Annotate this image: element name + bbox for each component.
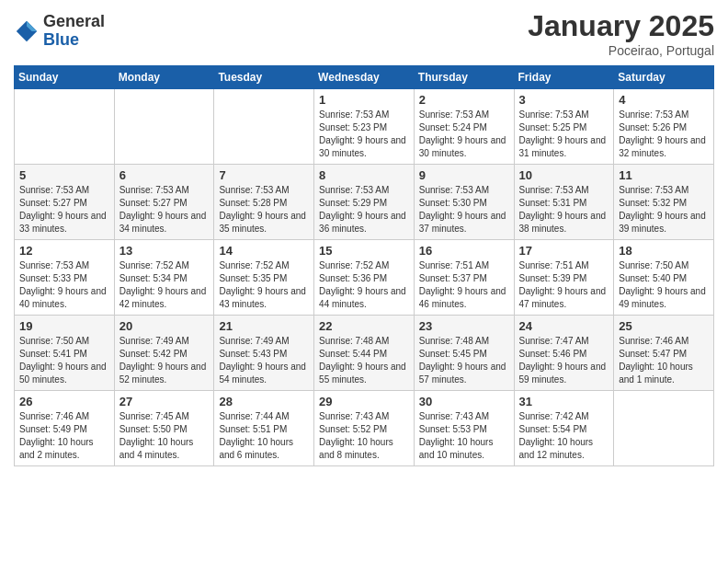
day-number: 3 (519, 93, 609, 107)
calendar-cell: 31Sunrise: 7:42 AMSunset: 5:54 PMDayligh… (514, 391, 614, 466)
day-info: Sunrise: 7:53 AMSunset: 5:31 PMDaylight:… (519, 184, 609, 236)
day-number: 15 (319, 244, 409, 258)
day-info: Sunrise: 7:46 AMSunset: 5:47 PMDaylight:… (619, 335, 709, 386)
day-info: Sunrise: 7:53 AMSunset: 5:27 PMDaylight:… (119, 184, 210, 236)
location: Poceirao, Portugal (528, 43, 714, 58)
calendar-cell: 22Sunrise: 7:48 AMSunset: 5:44 PMDayligh… (314, 316, 415, 391)
day-info: Sunrise: 7:50 AMSunset: 5:41 PMDaylight:… (19, 335, 109, 386)
day-number: 30 (419, 395, 509, 408)
calendar-week-row: 1Sunrise: 7:53 AMSunset: 5:23 PMDaylight… (15, 89, 714, 165)
calendar-table: SundayMondayTuesdayWednesdayThursdayFrid… (14, 65, 714, 466)
day-info: Sunrise: 7:49 AMSunset: 5:42 PMDaylight:… (119, 335, 210, 386)
day-number: 26 (19, 395, 109, 408)
calendar-cell: 27Sunrise: 7:45 AMSunset: 5:50 PMDayligh… (114, 391, 214, 466)
logo-icon (14, 18, 40, 44)
calendar-cell: 6Sunrise: 7:53 AMSunset: 5:27 PMDaylight… (114, 165, 214, 240)
day-info: Sunrise: 7:50 AMSunset: 5:40 PMDaylight:… (619, 259, 709, 311)
weekday-header-row: SundayMondayTuesdayWednesdayThursdayFrid… (15, 66, 714, 89)
day-number: 22 (319, 319, 409, 333)
weekday-header-saturday: Saturday (614, 66, 714, 89)
calendar-cell: 17Sunrise: 7:51 AMSunset: 5:39 PMDayligh… (514, 240, 614, 316)
day-number: 2 (419, 93, 509, 107)
calendar-cell: 11Sunrise: 7:53 AMSunset: 5:32 PMDayligh… (614, 165, 714, 240)
calendar-cell (15, 89, 115, 165)
day-info: Sunrise: 7:51 AMSunset: 5:37 PMDaylight:… (419, 259, 509, 311)
logo: General Blue (14, 13, 105, 50)
calendar-cell: 26Sunrise: 7:46 AMSunset: 5:49 PMDayligh… (15, 391, 115, 466)
day-info: Sunrise: 7:53 AMSunset: 5:30 PMDaylight:… (419, 184, 509, 236)
page: General Blue January 2025 Poceirao, Port… (0, 0, 728, 480)
calendar-cell (614, 391, 714, 466)
day-number: 11 (619, 168, 709, 182)
calendar-cell: 24Sunrise: 7:47 AMSunset: 5:46 PMDayligh… (514, 316, 614, 391)
day-info: Sunrise: 7:51 AMSunset: 5:39 PMDaylight:… (519, 259, 609, 311)
calendar-cell: 16Sunrise: 7:51 AMSunset: 5:37 PMDayligh… (414, 240, 514, 316)
day-number: 28 (219, 395, 309, 408)
day-info: Sunrise: 7:53 AMSunset: 5:33 PMDaylight:… (19, 259, 109, 311)
calendar-cell: 29Sunrise: 7:43 AMSunset: 5:52 PMDayligh… (314, 391, 415, 466)
day-info: Sunrise: 7:48 AMSunset: 5:44 PMDaylight:… (319, 335, 409, 386)
day-info: Sunrise: 7:45 AMSunset: 5:50 PMDaylight:… (119, 410, 210, 462)
day-number: 17 (519, 244, 609, 258)
logo-general-text: General (43, 13, 105, 31)
logo-text: General Blue (43, 13, 105, 50)
day-number: 13 (119, 244, 210, 258)
calendar-cell: 20Sunrise: 7:49 AMSunset: 5:42 PMDayligh… (114, 316, 214, 391)
day-info: Sunrise: 7:48 AMSunset: 5:45 PMDaylight:… (419, 335, 509, 386)
day-number: 12 (19, 244, 109, 258)
calendar-cell: 2Sunrise: 7:53 AMSunset: 5:24 PMDaylight… (414, 89, 514, 165)
day-info: Sunrise: 7:47 AMSunset: 5:46 PMDaylight:… (519, 335, 609, 386)
calendar-cell (214, 89, 314, 165)
day-number: 27 (119, 395, 210, 408)
calendar-cell: 9Sunrise: 7:53 AMSunset: 5:30 PMDaylight… (414, 165, 514, 240)
day-info: Sunrise: 7:43 AMSunset: 5:53 PMDaylight:… (419, 410, 509, 462)
day-info: Sunrise: 7:42 AMSunset: 5:54 PMDaylight:… (519, 410, 609, 462)
weekday-header-sunday: Sunday (15, 66, 115, 89)
calendar-cell (114, 89, 214, 165)
day-info: Sunrise: 7:43 AMSunset: 5:52 PMDaylight:… (319, 410, 409, 462)
day-number: 9 (419, 168, 509, 182)
day-info: Sunrise: 7:53 AMSunset: 5:29 PMDaylight:… (319, 184, 409, 236)
month-title: January 2025 (528, 9, 714, 43)
day-info: Sunrise: 7:52 AMSunset: 5:36 PMDaylight:… (319, 259, 409, 311)
weekday-header-friday: Friday (514, 66, 614, 89)
calendar-week-row: 12Sunrise: 7:53 AMSunset: 5:33 PMDayligh… (15, 240, 714, 316)
calendar-cell: 14Sunrise: 7:52 AMSunset: 5:35 PMDayligh… (214, 240, 314, 316)
day-info: Sunrise: 7:53 AMSunset: 5:27 PMDaylight:… (19, 184, 109, 236)
calendar-cell: 19Sunrise: 7:50 AMSunset: 5:41 PMDayligh… (15, 316, 115, 391)
calendar-week-row: 5Sunrise: 7:53 AMSunset: 5:27 PMDaylight… (15, 165, 714, 240)
day-number: 18 (619, 244, 709, 258)
day-number: 16 (419, 244, 509, 258)
calendar-week-row: 19Sunrise: 7:50 AMSunset: 5:41 PMDayligh… (15, 316, 714, 391)
logo-blue-text: Blue (43, 31, 105, 50)
calendar-cell: 28Sunrise: 7:44 AMSunset: 5:51 PMDayligh… (214, 391, 314, 466)
calendar-cell: 12Sunrise: 7:53 AMSunset: 5:33 PMDayligh… (15, 240, 115, 316)
day-number: 14 (219, 244, 309, 258)
weekday-header-thursday: Thursday (414, 66, 514, 89)
day-number: 7 (219, 168, 309, 182)
day-info: Sunrise: 7:53 AMSunset: 5:28 PMDaylight:… (219, 184, 309, 236)
calendar-cell: 4Sunrise: 7:53 AMSunset: 5:26 PMDaylight… (614, 89, 714, 165)
calendar-cell: 5Sunrise: 7:53 AMSunset: 5:27 PMDaylight… (15, 165, 115, 240)
day-number: 6 (119, 168, 210, 182)
calendar-cell: 23Sunrise: 7:48 AMSunset: 5:45 PMDayligh… (414, 316, 514, 391)
day-info: Sunrise: 7:52 AMSunset: 5:34 PMDaylight:… (119, 259, 210, 311)
calendar-cell: 25Sunrise: 7:46 AMSunset: 5:47 PMDayligh… (614, 316, 714, 391)
day-number: 4 (619, 93, 709, 107)
calendar-cell: 15Sunrise: 7:52 AMSunset: 5:36 PMDayligh… (314, 240, 415, 316)
day-number: 20 (119, 319, 210, 333)
calendar-cell: 3Sunrise: 7:53 AMSunset: 5:25 PMDaylight… (514, 89, 614, 165)
weekday-header-tuesday: Tuesday (214, 66, 314, 89)
calendar-cell: 21Sunrise: 7:49 AMSunset: 5:43 PMDayligh… (214, 316, 314, 391)
day-info: Sunrise: 7:53 AMSunset: 5:24 PMDaylight:… (419, 109, 509, 160)
day-info: Sunrise: 7:52 AMSunset: 5:35 PMDaylight:… (219, 259, 309, 311)
day-number: 8 (319, 168, 409, 182)
calendar-week-row: 26Sunrise: 7:46 AMSunset: 5:49 PMDayligh… (15, 391, 714, 466)
title-block: January 2025 Poceirao, Portugal (528, 9, 714, 58)
day-info: Sunrise: 7:49 AMSunset: 5:43 PMDaylight:… (219, 335, 309, 386)
day-number: 21 (219, 319, 309, 333)
day-number: 10 (519, 168, 609, 182)
day-info: Sunrise: 7:53 AMSunset: 5:25 PMDaylight:… (519, 109, 609, 160)
day-info: Sunrise: 7:44 AMSunset: 5:51 PMDaylight:… (219, 410, 309, 462)
day-number: 5 (19, 168, 109, 182)
